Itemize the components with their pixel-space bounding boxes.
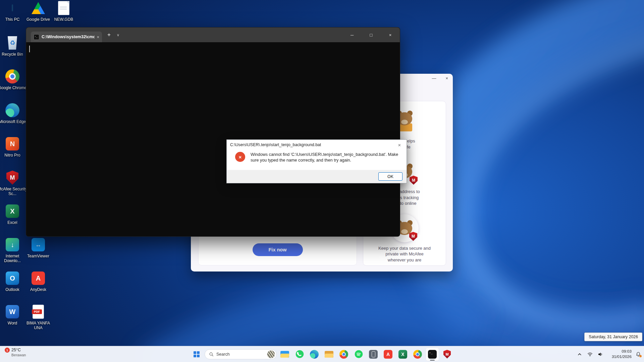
taskbar-weather[interactable]: 1 25°C Berawan	[5, 348, 26, 357]
terminal-maximize-button[interactable]: □	[362, 27, 381, 42]
desktop-icon-label: BIMA YANFA UNA	[23, 321, 53, 330]
dialog-body: × Windows cannot find 'C:\Users\USER\.te…	[227, 150, 407, 163]
desktop-icon-this-pc[interactable]: This PC	[0, 0, 27, 22]
tray-chevron-icon[interactable]	[576, 351, 583, 358]
desktop-icon-bima-yanfa-una[interactable]: PDFBIMA YANFA UNA	[23, 304, 53, 330]
internet-download-manager-icon: ↓	[5, 237, 20, 252]
whatsapp-icon	[295, 350, 304, 359]
windows-logo-icon	[194, 351, 200, 357]
phone-link-icon	[369, 350, 378, 359]
terminal-window: ›_ C:\Windows\system32\cmd.e × + ∨ ─ □ ×	[26, 27, 400, 237]
excel-icon: X	[5, 203, 20, 219]
notification-badge: 1	[5, 348, 10, 353]
nitro-pro-icon: N	[5, 136, 20, 152]
terminal-close-button[interactable]: ×	[381, 27, 400, 42]
fix-now-button[interactable]: Fix now	[253, 243, 303, 256]
search-placeholder: Search	[216, 352, 264, 357]
ok-button[interactable]: OK	[378, 172, 402, 181]
this-pc-icon	[5, 0, 20, 16]
desktop-icon-excel[interactable]: XExcel	[0, 203, 27, 225]
taskbar-app-spotify[interactable]	[352, 348, 365, 361]
desktop-icon-google-drive[interactable]: Google Drive	[23, 0, 53, 22]
desktop-icon-nitro-pro[interactable]: NNitro Pro	[0, 136, 27, 158]
terminal-minimize-button[interactable]: ─	[342, 27, 362, 42]
wifi-icon[interactable]	[586, 351, 594, 358]
desktop-icon-microsoft-edge[interactable]: Microsoft Edge	[0, 103, 27, 124]
desktop-icon-word[interactable]: WWord	[0, 304, 27, 325]
error-dialog: C:\Users\USER\.tenjo\start_tenjo_backgro…	[226, 139, 407, 183]
desktop-icon-recycle-bin[interactable]: ♻Recycle Bin	[0, 35, 27, 57]
taskbar-app-whatsapp[interactable]	[293, 348, 306, 361]
search-daily-image[interactable]	[267, 350, 275, 358]
taskbar-app-terminal[interactable]: ›_	[426, 348, 439, 361]
teamviewer-icon: ↔	[31, 237, 46, 252]
desktop: This PCGoogle DriveNEW.GDB♻Recycle BinGo…	[0, 0, 644, 362]
chrome-2-icon	[413, 350, 422, 359]
desktop-icon-outlook[interactable]: OOutlook	[0, 270, 27, 292]
system-tray: 09:03 31/01/2026	[573, 346, 644, 362]
taskbar-app-mcafee[interactable]: M	[440, 348, 454, 361]
dialog-titlebar[interactable]: C:\Users\USER\.tenjo\start_tenjo_backgro…	[227, 140, 407, 150]
cmd-icon: ›_	[34, 34, 39, 40]
volume-icon[interactable]	[597, 351, 604, 358]
edge-icon	[310, 350, 319, 359]
new-tab-button[interactable]: +	[107, 32, 111, 38]
date-tooltip: Saturday, 31 January 2026	[584, 333, 642, 341]
mcafee-action-card: Fix now	[198, 234, 357, 265]
search-icon	[209, 352, 214, 357]
google-drive-icon	[31, 0, 46, 16]
desktop-icon-label: Microsoft Edge	[0, 119, 27, 124]
taskbar-app-excel[interactable]: X	[396, 348, 410, 361]
desktop-icon-label: McAfee Security Sc...	[0, 187, 27, 196]
terminal-cursor	[29, 46, 30, 52]
taskbar-app-file-explorer[interactable]	[278, 348, 291, 361]
terminal-titlebar[interactable]: ›_ C:\Windows\system32\cmd.e × + ∨ ─ □ ×	[26, 27, 400, 42]
desktop-icon-label: AnyDesk	[23, 287, 53, 292]
taskbar-app-anydesk[interactable]: A	[381, 348, 395, 361]
tab-dropdown-icon[interactable]: ∨	[117, 33, 119, 37]
tab-close-icon[interactable]: ×	[97, 35, 99, 40]
folder-icon	[325, 351, 333, 358]
desktop-icon-google-chrome[interactable]: Google Chrome	[0, 69, 27, 90]
anydesk-icon: A	[31, 270, 46, 286]
tray-date: 31/01/2026	[607, 354, 632, 359]
outlook-icon: O	[5, 270, 20, 286]
mcafee-icon: M	[443, 350, 451, 359]
dialog-message: Windows cannot find 'C:\Users\USER\.tenj…	[251, 152, 402, 163]
error-icon: ×	[235, 152, 245, 162]
desktop-icon-label: Excel	[0, 220, 27, 225]
desktop-icon-new-gdb[interactable]: NEW.GDB	[49, 0, 78, 22]
desktop-icon-internet-download-manager[interactable]: ↓Internet Downlo...	[0, 237, 27, 263]
desktop-icon-label: TeamViewer	[23, 254, 53, 258]
taskbar-app-chrome-2[interactable]	[411, 348, 424, 361]
desktop-icon-label: Internet Downlo...	[0, 254, 27, 263]
desktop-icon-teamviewer[interactable]: ↔TeamViewer	[23, 237, 53, 258]
desktop-icon-label: This PC	[0, 17, 27, 22]
start-button[interactable]	[190, 348, 203, 361]
desktop-icon-mcafee-security-scan[interactable]: MMcAfee Security Sc...	[0, 170, 27, 196]
recycle-bin-icon: ♻	[5, 35, 20, 51]
taskbar-app-phone-link[interactable]	[367, 348, 380, 361]
chrome-icon	[339, 350, 348, 359]
taskbar-app-edge[interactable]	[308, 348, 321, 361]
terminal-tab[interactable]: ›_ C:\Windows\system32\cmd.e ×	[31, 32, 102, 42]
desktop-icon-label: NEW.GDB	[49, 17, 78, 22]
google-chrome-icon	[5, 69, 20, 84]
desktop-icon-label: Word	[0, 321, 27, 325]
taskbar-clock[interactable]: 09:03 31/01/2026	[607, 349, 632, 359]
notification-bell-icon[interactable]	[635, 351, 642, 358]
desktop-icon-anydesk[interactable]: AAnyDesk	[23, 270, 53, 292]
taskbar-app-folder[interactable]	[322, 348, 336, 361]
mcafee-close-button[interactable]: ×	[445, 76, 448, 81]
taskbar-center: Search AX›_M	[190, 346, 454, 362]
mcafee-minimize-button[interactable]: —	[432, 76, 436, 81]
taskbar: 1 25°C Berawan Search AX›_M	[0, 346, 644, 362]
desktop-icon-label: Google Chrome	[0, 85, 27, 90]
spotify-icon	[354, 350, 363, 359]
mcafee-security-scan-icon: M	[5, 170, 20, 185]
word-icon: W	[5, 304, 20, 319]
taskbar-app-chrome[interactable]	[337, 348, 351, 361]
terminal-icon: ›_	[428, 350, 437, 359]
search-box[interactable]: Search	[205, 349, 277, 359]
dialog-close-icon[interactable]: ×	[396, 142, 403, 148]
